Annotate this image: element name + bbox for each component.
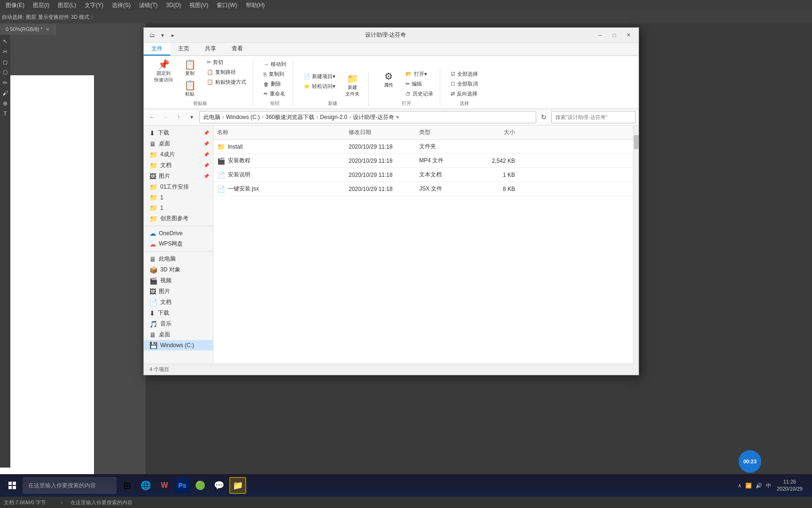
tab-file[interactable]: 文件 xyxy=(144,43,171,56)
tool-btn-7[interactable]: ⊕ xyxy=(0,99,10,108)
tool-btn-4[interactable]: ⬡ xyxy=(0,68,10,77)
start-button[interactable] xyxy=(4,477,21,494)
table-row[interactable]: 📄 一键安装.jsx 2020/10/29 11:18 JSX 文件 8 KB xyxy=(213,182,633,196)
recent-button[interactable]: ▾ xyxy=(186,111,197,123)
sidebar-item-thispc[interactable]: 🖥 此电脑 xyxy=(144,254,213,264)
menu-text[interactable]: 文字(Y) xyxy=(81,0,107,10)
paste-button[interactable]: 📋 粘贴 xyxy=(178,79,202,98)
nav-expand-icon[interactable]: ▸ xyxy=(168,31,178,40)
col-header-name[interactable]: 名称 xyxy=(213,126,345,139)
select-none-button[interactable]: ☐ 全部取消 xyxy=(448,79,481,88)
tool-btn-8[interactable]: T xyxy=(0,109,10,119)
tab-close-icon[interactable]: ✕ xyxy=(46,27,49,32)
menu-image[interactable]: 图像(E) xyxy=(2,0,28,10)
menu-layer1[interactable]: 图层(I) xyxy=(29,0,53,10)
address-path[interactable]: 此电脑 › Windows (C:) › 360极速浏览器下载 › Design… xyxy=(199,111,536,123)
taskbar-chrome[interactable]: 🟢 xyxy=(192,477,209,494)
path-part-360[interactable]: 360极速浏览器下载 xyxy=(265,113,314,121)
copy-path-button[interactable]: 📋 复制路径 xyxy=(204,68,249,77)
scrollbar-thumb[interactable] xyxy=(634,135,639,149)
edit-button[interactable]: ✏ 编辑 xyxy=(403,79,436,88)
up-button[interactable]: ↑ xyxy=(173,111,184,123)
open-button[interactable]: 📂 打开▾ xyxy=(403,70,436,79)
delete-button[interactable]: 🗑 删除 xyxy=(261,79,289,88)
menu-window[interactable]: 窗口(W) xyxy=(213,0,241,10)
taskbar-wps[interactable]: W xyxy=(156,477,173,494)
expand-indicator[interactable]: › xyxy=(61,500,63,505)
path-part-c[interactable]: Windows (C:) xyxy=(226,114,260,120)
sidebar-item-pics2[interactable]: 🖼 图片 xyxy=(144,286,213,297)
cut-button[interactable]: ✂ 剪切 xyxy=(204,58,249,67)
sidebar-item-1b[interactable]: 📁 1 xyxy=(144,203,213,213)
nav-options-icon[interactable]: ▾ xyxy=(158,31,167,40)
col-header-size[interactable]: 大小 xyxy=(472,126,519,139)
refresh-button[interactable]: ↻ xyxy=(538,111,549,123)
sidebar-item-music[interactable]: 🎵 音乐 xyxy=(144,318,213,329)
properties-button[interactable]: ⚙ 属性 xyxy=(376,70,401,89)
copy-button[interactable]: 📋 复制 xyxy=(178,58,202,78)
sidebar-item-1a[interactable]: 📁 1 xyxy=(144,192,213,203)
taskbar-edge[interactable]: 🌐 xyxy=(137,477,154,494)
tool-btn-6[interactable]: 🖌 xyxy=(0,88,10,98)
tool-btn-1[interactable]: ↖ xyxy=(0,37,10,46)
sidebar-item-download[interactable]: ⬇ 下载 📌 xyxy=(144,127,213,138)
paste-shortcut-button[interactable]: 📋 粘贴快捷方式 xyxy=(204,78,249,87)
pin-to-quickaccess-button[interactable]: 📌 固定到快速访问 xyxy=(151,58,176,84)
taskbar-task-view[interactable]: ⊞ xyxy=(118,477,135,494)
menu-help[interactable]: 帮助(H) xyxy=(242,0,269,10)
sidebar-item-3d[interactable]: 📦 3D 对象 xyxy=(144,264,213,275)
scrollbar-track[interactable] xyxy=(633,126,639,364)
sidebar-item-pictures[interactable]: 🖼 图片 📌 xyxy=(144,171,213,182)
sidebar-item-4clip[interactable]: 📁 4成片 📌 xyxy=(144,149,213,160)
taskbar-files[interactable]: 📁 xyxy=(229,477,246,494)
path-part-pc[interactable]: 此电脑 xyxy=(203,113,220,121)
forward-button[interactable]: → xyxy=(160,111,171,123)
sidebar-item-desktop2[interactable]: 🖥 桌面 xyxy=(144,329,213,340)
tab-home[interactable]: 主页 xyxy=(171,43,197,56)
taskbar-ps[interactable]: Ps xyxy=(175,478,190,493)
file-tab[interactable]: 0 50%(RGB/8) * ✕ xyxy=(0,24,55,35)
tab-share[interactable]: 共享 xyxy=(197,43,224,56)
sidebar-item-wps[interactable]: ☁ WPS网盘 xyxy=(144,238,213,249)
sidebar-item-desktop[interactable]: 🖥 桌面 📌 xyxy=(144,138,213,149)
tool-btn-3[interactable]: ◻ xyxy=(0,57,10,67)
path-part-current[interactable]: 设计助理-达芬奇 xyxy=(353,113,394,121)
select-all-button[interactable]: ☑ 全部选择 xyxy=(448,70,481,79)
sidebar-item-video[interactable]: 🎬 视频 xyxy=(144,275,213,286)
new-item-button[interactable]: 📄 新建项目▾ xyxy=(301,72,338,81)
sidebar-item-windows-c[interactable]: 💾 Windows (C:) xyxy=(144,340,213,350)
sidebar-item-creative[interactable]: 📁 创意图参考 xyxy=(144,213,213,224)
tool-btn-5[interactable]: ✏ xyxy=(0,78,10,87)
menu-view[interactable]: 视图(V) xyxy=(186,0,212,10)
close-button[interactable]: ✕ xyxy=(622,31,635,40)
taskbar-wechat[interactable]: 💬 xyxy=(211,477,227,494)
sidebar-item-onedrive[interactable]: ☁ OneDrive xyxy=(144,228,213,238)
col-header-date[interactable]: 修改日期 xyxy=(345,126,415,139)
move-to-button[interactable]: → 移动到 xyxy=(261,60,289,69)
invert-select-button[interactable]: ⇄ 反向选择 xyxy=(448,89,481,98)
taskbar-clock[interactable]: 11:26 2020/10/29 xyxy=(777,478,803,493)
rename-button[interactable]: ✏ 重命名 xyxy=(261,89,289,98)
minimize-button[interactable]: ─ xyxy=(593,31,607,40)
table-row[interactable]: 📄 安装说明 2020/10/29 11:18 文本文档 1 KB xyxy=(213,168,633,182)
copy-to-button[interactable]: ⎘ 复制到 xyxy=(261,70,289,79)
sidebar-item-docs2[interactable]: 📄 文档 xyxy=(144,297,213,308)
tab-view[interactable]: 查看 xyxy=(224,43,251,56)
menu-layer2[interactable]: 图层(L) xyxy=(54,0,80,10)
nav-back-icon[interactable]: 🗂 xyxy=(148,31,157,40)
easy-access-button[interactable]: ⭐ 轻松访问▾ xyxy=(301,82,338,91)
table-row[interactable]: 📁 Install 2020/10/29 11:18 文件夹 xyxy=(213,140,633,154)
menu-filter[interactable]: 滤镜(T) xyxy=(135,0,161,10)
maximize-button[interactable]: □ xyxy=(608,31,621,40)
col-header-type[interactable]: 类型 xyxy=(415,126,472,139)
path-part-design[interactable]: Design-2.0 xyxy=(320,114,347,120)
sidebar-item-work[interactable]: 📁 01工作安排 xyxy=(144,182,213,192)
menu-select[interactable]: 选择(S) xyxy=(108,0,134,10)
tool-btn-2[interactable]: ✂ xyxy=(0,47,10,56)
sys-up-icon[interactable]: ∧ xyxy=(738,483,742,489)
sidebar-item-docs[interactable]: 📁 文档 📌 xyxy=(144,160,213,171)
history-button[interactable]: ⏱ 历史记录 xyxy=(403,89,436,98)
search-input[interactable] xyxy=(551,111,636,123)
new-folder-button[interactable]: 📁 新建文件夹 xyxy=(340,72,365,98)
taskbar-search-button[interactable]: 在这里输入你要搜索的内容 xyxy=(23,477,117,494)
